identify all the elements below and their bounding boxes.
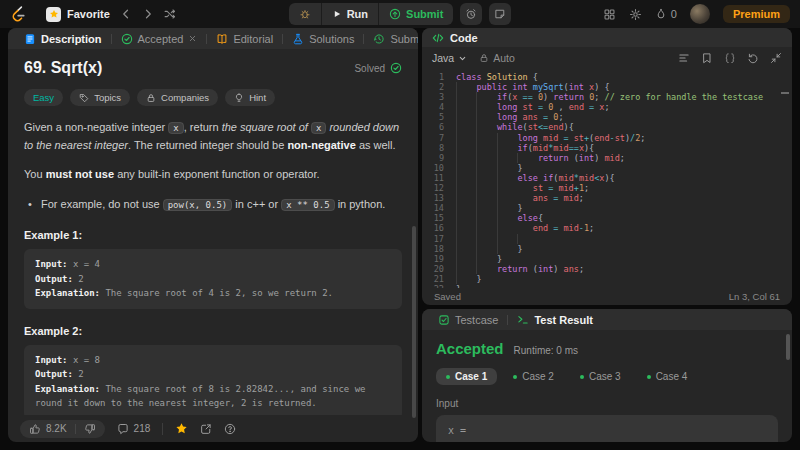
braces-icon[interactable] [724, 52, 736, 64]
language-label: Java [432, 52, 454, 64]
tab-separator [111, 34, 112, 44]
solved-badge: Solved [354, 62, 402, 74]
companies-pill[interactable]: Companies [137, 89, 218, 106]
indent-guide [497, 213, 517, 223]
bookmark-icon[interactable] [701, 52, 713, 64]
close-tab-icon[interactable] [188, 34, 197, 43]
line-number: 8 [422, 143, 456, 153]
code-lines: 1class Solution {2public int mySqrt(int … [422, 72, 792, 288]
code-line: 16 end = mid-1; [422, 223, 792, 233]
description-panel: DescriptionAcceptedEditorialSolutionsSub… [8, 28, 418, 442]
fullscreen-toggle-icon[interactable] [770, 52, 782, 64]
run-button[interactable]: Run [322, 3, 378, 25]
checkcircle-icon [121, 33, 133, 45]
timer-button[interactable] [460, 3, 482, 25]
random-question-icon[interactable] [164, 8, 176, 20]
problem-description: 69. Sqrt(x) Solved Easy TopicsCompaniesH… [8, 49, 418, 415]
line-number: 12 [422, 183, 456, 193]
indent-guide [476, 112, 496, 122]
indent-guide [456, 163, 476, 173]
code-editor[interactable]: 1class Solution {2public int mySqrt(int … [422, 69, 792, 288]
leetcode-app: Favorite Run Submit 0 P [0, 0, 800, 442]
code-panel-title: Code [450, 32, 478, 44]
indent-guide [456, 112, 476, 122]
runtime-label: Runtime: 0 ms [514, 345, 578, 356]
tab-solutions[interactable]: Solutions [284, 28, 362, 49]
star-button[interactable] [175, 422, 188, 435]
notes-button[interactable] [489, 3, 511, 25]
line-number: 19 [422, 254, 456, 264]
indent-guide [476, 183, 496, 193]
reset-code-icon[interactable] [747, 52, 759, 64]
code-line: 20return (int) ans; [422, 264, 792, 274]
leetcode-logo-icon[interactable] [10, 5, 28, 23]
comment-count: 218 [134, 423, 151, 434]
test-result-panel: Testcase Test Result Accepted Runtime: 0… [422, 309, 792, 442]
code-line: 11else if(mid*mid<x){ [422, 173, 792, 183]
indent-guide [456, 223, 476, 233]
indent-guide [517, 153, 537, 163]
indent-guide [497, 193, 517, 203]
test-result-scrollbar[interactable] [786, 334, 790, 360]
tab-accepted[interactable]: Accepted [113, 28, 206, 49]
code-line: 15else{ [422, 213, 792, 223]
format-code-icon[interactable] [678, 52, 690, 64]
solved-check-icon [390, 62, 402, 74]
hint-pill[interactable]: Hint [225, 89, 275, 106]
description-scrollbar[interactable] [412, 226, 416, 418]
tab-separator [206, 34, 207, 44]
prev-question-icon[interactable] [120, 8, 132, 20]
indent-guide [476, 143, 496, 153]
case-tab-2[interactable]: Case 2 [503, 368, 564, 385]
debugger-button[interactable] [289, 3, 321, 25]
tab-description[interactable]: Description [16, 28, 110, 49]
topics-pill[interactable]: Topics [70, 89, 130, 106]
auto-sync-toggle[interactable]: Auto [479, 52, 515, 64]
code-line: 19} [422, 254, 792, 264]
description-tabbar: DescriptionAcceptedEditorialSolutionsSub… [8, 28, 418, 49]
comments-button[interactable]: 218 [117, 423, 151, 435]
problem-list-button[interactable]: Favorite [46, 7, 110, 22]
terminal-icon [517, 314, 529, 326]
lock-icon [479, 53, 489, 63]
indent-guide [476, 234, 496, 244]
tab-submissions[interactable]: Submissions [365, 28, 418, 49]
description-paragraph-1: Given a non-negative integer x, return t… [24, 119, 402, 153]
test-result-content: Accepted Runtime: 0 ms Case 1Case 2Case … [422, 330, 792, 442]
doc-icon [24, 33, 36, 45]
indent-guide [476, 254, 496, 264]
daily-streak[interactable]: 0 [655, 8, 677, 20]
flame-icon [655, 8, 667, 20]
case-tab-1[interactable]: Case 1 [436, 368, 497, 385]
settings-gear-icon[interactable] [629, 8, 642, 21]
difficulty-badge[interactable]: Easy [24, 89, 63, 106]
layout-grid-icon[interactable] [603, 8, 616, 21]
problem-title: 69. Sqrt(x) [24, 59, 102, 77]
example-line: Output: 2 [35, 272, 391, 287]
main-area: DescriptionAcceptedEditorialSolutionsSub… [0, 28, 800, 442]
case-status-dot [580, 375, 584, 379]
avatar[interactable] [690, 4, 710, 24]
feedback-button[interactable] [224, 423, 236, 435]
case-status-dot [647, 375, 651, 379]
language-selector[interactable]: Java [432, 52, 467, 64]
submit-button[interactable]: Submit [379, 3, 453, 25]
tab-test-result[interactable]: Test Result [509, 309, 600, 330]
like-button[interactable]: 8.2K [29, 423, 67, 435]
tab-testcase[interactable]: Testcase [430, 309, 506, 330]
dislike-button[interactable] [84, 423, 96, 435]
next-question-icon[interactable] [142, 8, 154, 20]
case-tab-4[interactable]: Case 4 [637, 368, 698, 385]
star-icon [175, 422, 188, 435]
code-line: 10} [422, 163, 792, 173]
example-line: Input: x = 4 [35, 257, 391, 272]
case-tab-3[interactable]: Case 3 [570, 368, 631, 385]
tab-editorial[interactable]: Editorial [208, 28, 281, 49]
indent-guide [476, 122, 496, 132]
share-button[interactable] [200, 423, 212, 435]
line-number: 18 [422, 244, 456, 254]
line-number: 4 [422, 102, 456, 112]
case-tabs: Case 1Case 2Case 3Case 4 [436, 368, 778, 385]
right-column: Code Java Auto [422, 28, 792, 442]
premium-button[interactable]: Premium [723, 5, 790, 23]
